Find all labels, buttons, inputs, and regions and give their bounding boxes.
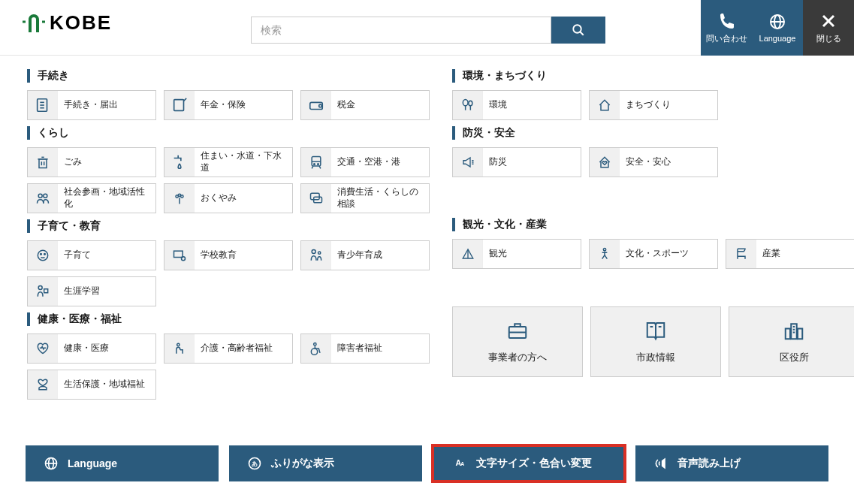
svg-point-22 [317,164,318,165]
school-icon [171,248,188,263]
footer-textsize-button[interactable]: AA 文字サイズ・色合い変更 [433,445,626,481]
big-card-kuyakusho[interactable]: 区役所 [729,306,854,377]
close-label: 閉じる [816,33,841,44]
card-bunka[interactable]: 文化・スポーツ [589,239,718,269]
svg-point-45 [468,101,472,106]
card-okuyami[interactable]: おくやみ [164,183,293,213]
search-box [251,17,605,44]
card-seishonen[interactable]: 青少年育成 [300,240,430,270]
card-kankyo[interactable]: 環境 [452,90,581,120]
card-bosai[interactable]: 防災 [452,147,581,177]
svg-point-34 [40,254,41,255]
card-kaigo[interactable]: 介護・高齢者福祉 [164,333,293,364]
svg-point-44 [463,100,468,106]
globe-icon [44,456,59,471]
svg-rect-31 [310,193,319,199]
card-kenko[interactable]: 健康・医療 [27,333,156,364]
card-label: 子育て [58,249,97,261]
youth-icon [308,248,324,263]
svg-point-28 [176,195,178,198]
svg-point-21 [313,164,315,165]
svg-point-35 [44,254,45,255]
card-kotsu[interactable]: 交通・空港・港 [300,147,430,177]
card-label: 手続き・届出 [58,99,124,111]
kobe-logo-icon [23,13,45,34]
safety-icon [597,155,612,170]
card-anzen[interactable]: 安全・安心 [589,147,718,177]
card-label: ごみ [58,156,88,168]
pension-icon [171,97,188,113]
search-icon [572,23,585,37]
section-title-kanko: 観光・文化・産業 [452,218,854,231]
language-label: Language [759,34,796,43]
learning-icon [35,284,50,299]
card-label: 安全・安心 [620,156,677,168]
footer-language-button[interactable]: Language [26,445,219,481]
svg-point-37 [181,257,185,261]
water-icon [171,154,188,171]
document-icon [35,97,51,113]
building-icon [780,319,807,342]
card-label: おくやみ [195,192,243,204]
header: KOBE 問い合わせ Language 閉じる [0,0,854,56]
card-gomi[interactable]: ごみ [27,147,156,177]
svg-rect-12 [309,102,322,109]
card-shogaisha[interactable]: 障害者福祉 [300,333,430,364]
logo[interactable]: KOBE [23,11,112,35]
tent-icon [460,247,475,261]
svg-point-38 [312,250,315,254]
card-label: 生活保護・地域福祉 [58,379,151,391]
search-button[interactable] [551,17,605,44]
card-shogai[interactable]: 生涯学習 [27,276,156,306]
language-button[interactable]: Language [752,0,803,56]
section-title-procedures: 手続き [27,69,430,83]
book-icon [642,319,669,342]
footer-label: 文字サイズ・色合い変更 [476,457,592,470]
card-machi[interactable]: まちづくり [589,90,718,120]
briefcase-icon [504,319,531,342]
svg-point-29 [180,195,183,198]
furigana-icon: あ [247,456,262,471]
card-label: 防災 [483,156,513,168]
card-sumai[interactable]: 住まい・水道・下水道 [164,147,293,177]
svg-rect-57 [798,329,802,340]
footer-voice-button[interactable]: 音声読み上げ [635,445,828,481]
footer-label: 音声読み上げ [677,457,741,470]
big-card-jigyosha[interactable]: 事業者の方へ [452,306,583,377]
big-card-shisei[interactable]: 市政情報 [590,306,721,377]
card-sangyo[interactable]: 産業 [726,239,854,269]
footer-furigana-button[interactable]: あ ふりがな表示 [229,445,422,481]
card-tetsuzuki[interactable]: 手続き・届出 [27,90,156,120]
trees-icon [460,98,476,113]
card-shakai[interactable]: 社会参画・地域活性化 [27,183,156,213]
card-seikatsu[interactable]: 生活保護・地域福祉 [27,370,156,400]
contact-label: 問い合わせ [706,33,747,44]
left-column: 手続き 手続き・届出 年金・保険 税金 くらし ごみ 住まい・水道・下水道 交通… [27,66,430,406]
card-label: 文化・スポーツ [620,248,695,260]
section-title-kurashi: くらし [27,126,430,140]
header-actions: 問い合わせ Language 閉じる [701,0,854,56]
card-label: 社会参画・地域活性化 [58,186,155,210]
svg-point-26 [43,194,47,198]
search-input[interactable] [251,17,551,44]
care-icon [172,341,187,356]
card-kosodate[interactable]: 子育て [27,240,156,270]
contact-button[interactable]: 問い合わせ [701,0,752,56]
card-kanko[interactable]: 観光 [452,239,581,269]
footer-label: Language [68,457,117,469]
svg-line-24 [319,166,321,168]
card-label: 税金 [331,99,361,111]
section-title-kosodate: 子育て・教育 [27,219,430,233]
card-shohi[interactable]: 消費生活・くらしの相談 [300,183,430,213]
svg-rect-11 [174,100,183,111]
svg-text:A: A [460,461,464,466]
svg-text:あ: あ [252,460,258,467]
card-gakko[interactable]: 学校教育 [164,240,293,270]
svg-point-33 [38,250,47,260]
card-nenkin[interactable]: 年金・保険 [164,90,293,120]
close-button[interactable]: 閉じる [803,0,854,56]
card-zeikin[interactable]: 税金 [300,90,430,120]
big-card-label: 事業者の方へ [488,351,547,364]
card-label: 産業 [756,248,786,260]
megaphone-icon [460,155,476,169]
